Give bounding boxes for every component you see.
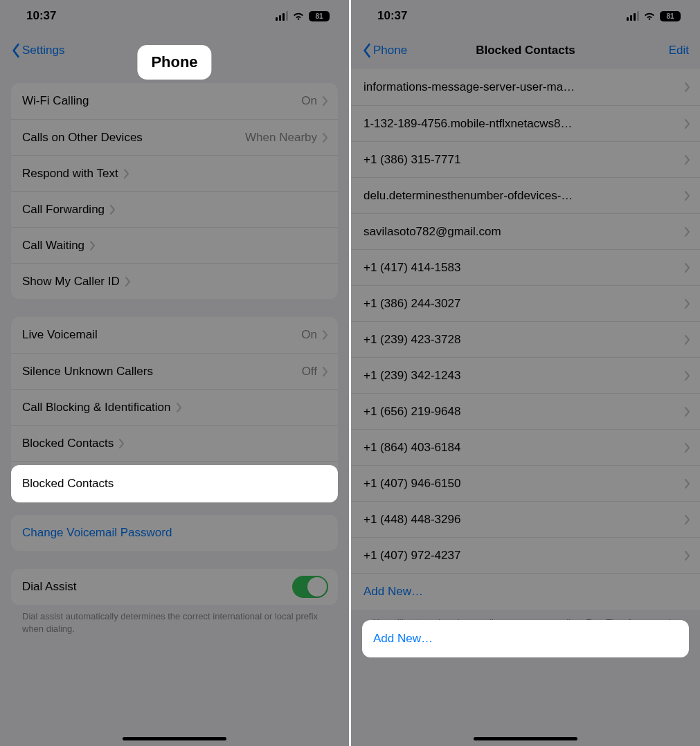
blocked-contact-label: +1 (656) 219-9648 bbox=[364, 405, 679, 419]
dial-assist-toggle[interactable] bbox=[292, 576, 328, 598]
blocked-contact-row[interactable]: +1 (656) 219-9648 bbox=[351, 393, 700, 429]
back-button[interactable]: Phone bbox=[362, 43, 407, 58]
voicemail-pw-group: Change Voicemail Password bbox=[11, 515, 338, 551]
chevron-right-icon bbox=[685, 119, 690, 129]
edit-button[interactable]: Edit bbox=[669, 44, 689, 57]
calls-row[interactable]: Wi-Fi CallingOn bbox=[11, 83, 338, 119]
calls-group: Wi-Fi CallingOnCalls on Other DevicesWhe… bbox=[11, 83, 338, 299]
chevron-right-icon bbox=[685, 191, 690, 201]
blocked-contact-label: +1 (239) 342-1243 bbox=[364, 369, 679, 383]
chevron-right-icon bbox=[685, 155, 690, 165]
nav-bar: Phone Blocked Contacts Edit bbox=[351, 32, 700, 69]
chevron-right-icon bbox=[685, 82, 690, 92]
back-button[interactable]: Settings bbox=[11, 43, 64, 58]
phone-settings-screen: 10:37 81 Settings Phone Wi-Fi CallingOnC… bbox=[0, 0, 349, 746]
chevron-right-icon bbox=[685, 335, 690, 345]
voicemail-pw-row[interactable]: Change Voicemail Password bbox=[11, 515, 338, 551]
chevron-right-icon bbox=[124, 169, 129, 179]
blocked-contact-row[interactable]: 1-132-189-4756.mobile-ntflxnetacws8… bbox=[351, 105, 700, 141]
blocked-contact-row[interactable]: savilasoto782@gmail.com bbox=[351, 213, 700, 249]
calls-row[interactable]: Show My Caller ID bbox=[11, 263, 338, 299]
chevron-right-icon bbox=[685, 227, 690, 237]
status-time: 10:37 bbox=[377, 9, 407, 23]
voicemail-value: On bbox=[301, 328, 317, 342]
chevron-right-icon bbox=[685, 515, 690, 525]
chevron-right-icon bbox=[323, 367, 328, 376]
blocked-contact-label: +1 (407) 972-4237 bbox=[364, 549, 679, 563]
voicemail-label: Live Voicemail bbox=[22, 328, 98, 342]
blocked-contact-label: +1 (864) 403-6184 bbox=[364, 441, 679, 455]
blocked-contact-row[interactable]: informations-message-server-user-ma… bbox=[351, 69, 700, 105]
back-label: Settings bbox=[22, 44, 64, 57]
calls-value: On bbox=[301, 94, 317, 108]
chevron-right-icon bbox=[119, 439, 125, 448]
calls-row[interactable]: Call Waiting bbox=[11, 227, 338, 263]
blocked-contacts-row-highlight[interactable]: Blocked Contacts bbox=[11, 465, 338, 502]
status-indicators: 81 bbox=[627, 11, 681, 21]
dial-assist-footer: Dial assist automatically determines the… bbox=[11, 605, 338, 635]
blocked-contact-row[interactable]: +1 (386) 244-3027 bbox=[351, 285, 700, 321]
blocked-contact-label: +1 (386) 315-7771 bbox=[364, 153, 679, 167]
add-new-label: Add New… bbox=[373, 632, 433, 646]
status-time: 10:37 bbox=[26, 9, 56, 23]
chevron-right-icon bbox=[685, 407, 690, 417]
voicemail-pw-label: Change Voicemail Password bbox=[22, 526, 172, 540]
voicemail-value: Off bbox=[302, 365, 317, 379]
settings-content: Wi-Fi CallingOnCalls on Other DevicesWhe… bbox=[0, 83, 349, 648]
calls-row[interactable]: Call Forwarding bbox=[11, 191, 338, 227]
wifi-icon bbox=[643, 11, 656, 21]
add-new-highlight[interactable]: Add New… bbox=[362, 620, 689, 657]
status-indicators: 81 bbox=[276, 11, 330, 21]
voicemail-row[interactable]: Blocked Contacts bbox=[11, 425, 338, 461]
calls-value: When Nearby bbox=[245, 131, 317, 145]
blocked-contacts-screen: 10:37 81 Phone Blocked Contacts Edit inf… bbox=[351, 0, 700, 746]
chevron-right-icon bbox=[685, 551, 690, 561]
blocked-contact-row[interactable]: +1 (386) 315-7771 bbox=[351, 141, 700, 177]
blocked-contact-row[interactable]: +1 (239) 342-1243 bbox=[351, 357, 700, 393]
voicemail-row[interactable]: Silence Unknown CallersOff bbox=[11, 353, 338, 389]
voicemail-row[interactable]: Live VoicemailOn bbox=[11, 317, 338, 353]
chevron-right-icon bbox=[685, 479, 690, 489]
calls-label: Call Waiting bbox=[22, 239, 84, 253]
blocked-contact-row[interactable]: delu.determinesthenumber-ofdevices-… bbox=[351, 177, 700, 213]
blocked-contact-row[interactable]: +1 (407) 946-6150 bbox=[351, 465, 700, 501]
blocked-contact-row[interactable]: +1 (239) 423-3728 bbox=[351, 321, 700, 357]
blocked-contact-label: +1 (239) 423-3728 bbox=[364, 333, 679, 347]
blocked-contact-row[interactable]: +1 (407) 972-4237 bbox=[351, 537, 700, 573]
chevron-right-icon bbox=[323, 96, 328, 106]
home-indicator[interactable] bbox=[123, 737, 226, 740]
blocked-contact-label: +1 (417) 414-1583 bbox=[364, 261, 679, 275]
calls-label: Show My Caller ID bbox=[22, 275, 120, 289]
chevron-right-icon bbox=[323, 330, 328, 340]
calls-row[interactable]: Calls on Other DevicesWhen Nearby bbox=[11, 119, 338, 155]
blocked-contact-row[interactable]: +1 (417) 414-1583 bbox=[351, 249, 700, 285]
wifi-icon bbox=[292, 11, 305, 21]
calls-row[interactable]: Respond with Text bbox=[11, 155, 338, 191]
voicemail-label: Blocked Contacts bbox=[22, 437, 114, 451]
calls-label: Respond with Text bbox=[22, 167, 118, 181]
add-new-wrap: Add New… bbox=[351, 573, 700, 610]
chevron-right-icon bbox=[685, 263, 690, 273]
blocked-contact-row[interactable]: +1 (864) 403-6184 bbox=[351, 429, 700, 465]
voicemail-label: Call Blocking & Identification bbox=[22, 401, 171, 415]
cellular-signal-icon bbox=[627, 11, 639, 21]
back-label: Phone bbox=[373, 44, 407, 57]
home-indicator[interactable] bbox=[474, 737, 577, 740]
blocked-contact-label: 1-132-189-4756.mobile-ntflxnetacws8… bbox=[364, 117, 679, 131]
blocked-contact-row[interactable]: +1 (448) 448-3296 bbox=[351, 501, 700, 537]
blocked-contacts-label: Blocked Contacts bbox=[22, 477, 114, 491]
title-highlight: Phone bbox=[137, 45, 211, 80]
status-bar: 10:37 81 bbox=[0, 0, 349, 32]
calls-label: Call Forwarding bbox=[22, 203, 105, 217]
calls-label: Calls on Other Devices bbox=[22, 131, 143, 145]
voicemail-row[interactable]: Call Blocking & Identification bbox=[11, 389, 338, 425]
battery-icon: 81 bbox=[660, 11, 681, 21]
blocked-list-wrap: informations-message-server-user-ma…1-13… bbox=[351, 69, 700, 642]
battery-icon: 81 bbox=[309, 11, 330, 21]
blocked-contacts-list[interactable]: informations-message-server-user-ma…1-13… bbox=[351, 69, 700, 573]
dial-assist-row[interactable]: Dial Assist bbox=[11, 569, 338, 605]
blocked-contact-label: +1 (407) 946-6150 bbox=[364, 477, 679, 491]
cellular-signal-icon bbox=[276, 11, 288, 21]
chevron-right-icon bbox=[685, 443, 690, 453]
add-new-row[interactable]: Add New… bbox=[351, 574, 700, 610]
